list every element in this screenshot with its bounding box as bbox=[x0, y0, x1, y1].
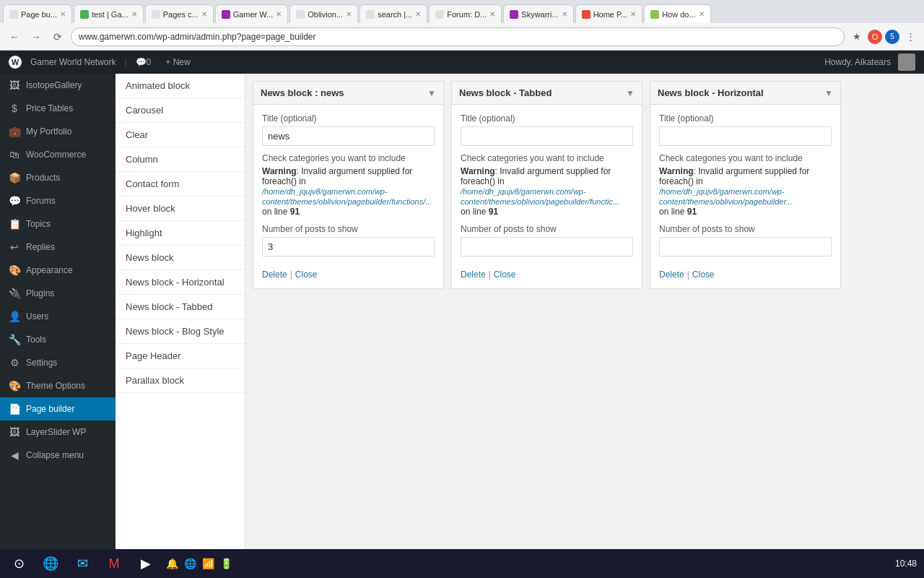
title-label-0: Title (optional) bbox=[262, 113, 435, 124]
browser-tab-2[interactable]: Pages c...✕ bbox=[145, 4, 214, 23]
categories-label-1: Check categories you want to include bbox=[461, 153, 633, 163]
sidebar-item-appearance[interactable]: 🎨Appearance bbox=[0, 259, 116, 282]
admin-bar-new[interactable]: + New bbox=[160, 51, 196, 74]
sidebar-item-users[interactable]: 👤Users bbox=[0, 305, 116, 328]
widget-item-animated-block[interactable]: Animated block bbox=[116, 74, 245, 98]
admin-bar-comments[interactable]: 💬 0 bbox=[130, 51, 157, 74]
mail-icon: ✉ bbox=[77, 556, 88, 571]
taskbar-chrome-button[interactable]: 🌐 bbox=[39, 552, 62, 575]
sidebar-item-replies[interactable]: ↩Replies bbox=[0, 236, 116, 259]
browser-tab-9[interactable]: How do...✕ bbox=[644, 4, 710, 23]
browser-tab-3[interactable]: Gamer W...✕ bbox=[215, 4, 289, 23]
title-input-1[interactable] bbox=[461, 126, 633, 146]
title-label-2: Title (optional) bbox=[659, 113, 832, 124]
browser-tab-4[interactable]: Oblivion...✕ bbox=[289, 4, 358, 23]
widget-item-highlight[interactable]: Highlight bbox=[116, 221, 245, 246]
widget-item-contact-form[interactable]: Contact form bbox=[116, 172, 245, 197]
sidebar-item-collapse-menu[interactable]: ◀Collapse menu bbox=[0, 444, 116, 467]
block-card-0: News block : news ▼ Title (optional) Che… bbox=[253, 81, 444, 289]
forward-button[interactable]: → bbox=[27, 28, 45, 46]
sidebar-label-3: WooCommerce bbox=[26, 150, 86, 160]
widget-item-hover-block[interactable]: Hover block bbox=[116, 197, 245, 221]
title-input-2[interactable] bbox=[659, 126, 832, 146]
delete-link-0[interactable]: Delete bbox=[262, 269, 287, 280]
taskbar-start-button[interactable]: ⊙ bbox=[7, 552, 30, 575]
block-body-2: Title (optional) Check categories you wa… bbox=[650, 105, 840, 288]
action-sep-0: | bbox=[290, 269, 292, 280]
posts-input-2[interactable] bbox=[659, 237, 832, 256]
sidebar-item-isotopegallery[interactable]: 🖼IsotopeGallery bbox=[0, 74, 116, 97]
sidebar-item-forums[interactable]: 💬Forums bbox=[0, 189, 116, 212]
browser-chrome: Page bu...✕test | Ga...✕Pages c...✕Gamer… bbox=[0, 0, 924, 51]
sidebar-icon-10: 👤 bbox=[7, 311, 22, 322]
sidebar-label-16: Collapse menu bbox=[26, 450, 84, 460]
browser-tab-1[interactable]: test | Ga...✕ bbox=[74, 4, 144, 23]
block-header-1: News block - Tabbed ▼ bbox=[452, 82, 642, 105]
sidebar-item-theme-options[interactable]: 🎨Theme Options bbox=[0, 374, 116, 397]
posts-input-0[interactable] bbox=[262, 237, 435, 256]
address-bar[interactable] bbox=[71, 27, 845, 46]
block-body-1: Title (optional) Check categories you wa… bbox=[452, 105, 642, 288]
widget-item-news-block[interactable]: News block bbox=[116, 246, 245, 270]
widget-item-carousel[interactable]: Carousel bbox=[116, 98, 245, 123]
posts-input-1[interactable] bbox=[461, 237, 633, 256]
browser-tab-0[interactable]: Page bu...✕ bbox=[3, 4, 72, 23]
sidebar-item-layerslider-wp[interactable]: 🖼LayerSlider WP bbox=[0, 420, 116, 444]
admin-sidebar: 🖼IsotopeGallery$Price Tables💼My Portfoli… bbox=[0, 74, 116, 549]
widget-item-news-block---tabbed[interactable]: News block - Tabbed bbox=[116, 295, 245, 319]
browser-tab-7[interactable]: Skywarri...✕ bbox=[503, 4, 573, 23]
browser-tab-6[interactable]: Forum: D...✕ bbox=[429, 4, 502, 23]
sidebar-icon-5: 💬 bbox=[7, 195, 22, 207]
widget-item-page-header[interactable]: Page Header bbox=[116, 344, 245, 368]
sidebar-item-topics[interactable]: 📋Topics bbox=[0, 212, 116, 236]
sidebar-item-tools[interactable]: 🔧Tools bbox=[0, 328, 116, 351]
widget-item-parallax-block[interactable]: Parallax block bbox=[116, 368, 245, 393]
sidebar-item-woocommerce[interactable]: 🛍WooCommerce bbox=[0, 143, 116, 166]
sidebar-icon-16: ◀ bbox=[7, 449, 22, 461]
page-builder-area: News block : news ▼ Title (optional) Che… bbox=[245, 74, 924, 549]
widget-item-news-block---horizontal[interactable]: News block - Horizontal bbox=[116, 270, 245, 295]
taskbar-gmail-button[interactable]: M bbox=[103, 552, 126, 575]
sidebar-icon-4: 📦 bbox=[7, 172, 22, 184]
sidebar-icon-1: $ bbox=[7, 103, 22, 114]
block-arrow-1[interactable]: ▼ bbox=[626, 88, 635, 98]
admin-bar-howdy: Howdy, Aikatears bbox=[824, 57, 891, 67]
bookmark-button[interactable]: ★ bbox=[849, 29, 865, 45]
close-link-2[interactable]: Close bbox=[692, 269, 715, 280]
taskbar-system-icons: 🔔 🌐 📶 🔋 bbox=[166, 558, 232, 569]
taskbar-play-button[interactable]: ▶ bbox=[134, 552, 157, 575]
opera-icon[interactable]: O bbox=[868, 30, 882, 44]
sidebar-item-my-portfolio[interactable]: 💼My Portfolio bbox=[0, 120, 116, 143]
sidebar-item-page-builder[interactable]: 📄Page builder bbox=[0, 397, 116, 420]
wp-admin-bar: W Gamer World Network | 💬 0 + New Howdy,… bbox=[0, 51, 924, 74]
wp-logo-icon: W bbox=[9, 56, 22, 69]
back-button[interactable]: ← bbox=[6, 28, 23, 46]
browser-tab-8[interactable]: Home P...✕ bbox=[575, 4, 643, 23]
browser-tab-5[interactable]: search |...✕ bbox=[359, 4, 427, 23]
categories-label-2: Check categories you want to include bbox=[659, 153, 832, 163]
close-link-1[interactable]: Close bbox=[494, 269, 516, 280]
categories-label-0: Check categories you want to include bbox=[262, 153, 435, 163]
close-link-0[interactable]: Close bbox=[295, 269, 318, 280]
delete-link-1[interactable]: Delete bbox=[461, 269, 486, 280]
widget-item-news-block---blog-style[interactable]: News block - Blog Style bbox=[116, 319, 245, 344]
widget-item-clear[interactable]: Clear bbox=[116, 123, 245, 147]
reload-button[interactable]: ⟳ bbox=[49, 28, 66, 46]
sidebar-item-price-tables[interactable]: $Price Tables bbox=[0, 97, 116, 120]
extensions-button[interactable]: 5 bbox=[885, 30, 899, 44]
sidebar-icon-14: 📄 bbox=[7, 403, 22, 415]
widget-item-column[interactable]: Column bbox=[116, 147, 245, 172]
sidebar-icon-2: 💼 bbox=[7, 126, 22, 137]
taskbar-mail-button[interactable]: ✉ bbox=[71, 552, 94, 575]
sidebar-item-products[interactable]: 📦Products bbox=[0, 166, 116, 189]
delete-link-2[interactable]: Delete bbox=[659, 269, 684, 280]
sidebar-item-plugins[interactable]: 🔌Plugins bbox=[0, 282, 116, 305]
admin-bar-site-link[interactable]: Gamer World Network bbox=[25, 51, 121, 74]
sidebar-item-settings[interactable]: ⚙Settings bbox=[0, 351, 116, 374]
menu-button[interactable]: ⋮ bbox=[902, 29, 918, 45]
block-arrow-0[interactable]: ▼ bbox=[427, 88, 436, 98]
warning-block-2: Warning: Invalid argument supplied for f… bbox=[659, 166, 832, 217]
block-arrow-2[interactable]: ▼ bbox=[824, 88, 833, 98]
warning-block-0: Warning: Invalid argument supplied for f… bbox=[262, 166, 435, 217]
title-input-0[interactable] bbox=[262, 126, 435, 146]
